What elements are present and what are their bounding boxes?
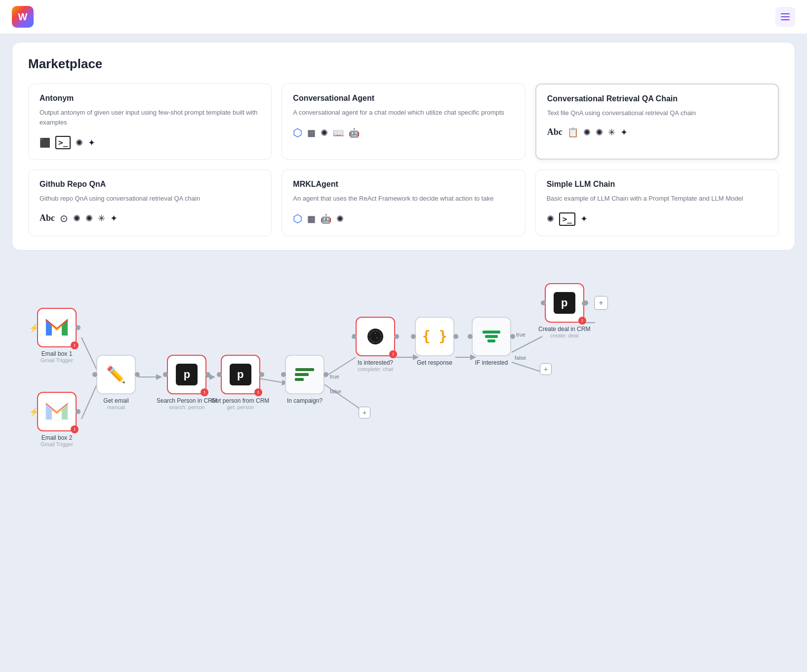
menu-icon xyxy=(781,19,790,20)
bot-icon: 🤖 xyxy=(321,213,331,224)
node-input-connector[interactable] xyxy=(352,334,357,339)
openai-icon2: ✺ xyxy=(596,127,603,138)
node-input-connector[interactable] xyxy=(217,372,222,377)
node-input-connector[interactable] xyxy=(411,334,416,339)
card-title: Simple LLM Chain xyxy=(547,180,767,189)
add-false-branch-button[interactable]: + xyxy=(359,407,370,419)
node-input-connector[interactable] xyxy=(163,372,168,377)
card-title: Github Repo QnA xyxy=(40,180,260,189)
openai-icon: ✺ xyxy=(73,213,81,224)
node-create-deal[interactable]: p ! Create deal in CRM create: deal xyxy=(538,283,590,338)
node-output-connector[interactable] xyxy=(76,409,81,414)
pastebin-icon: p xyxy=(554,292,575,314)
branch-true-label: true xyxy=(516,332,525,337)
node-error-badge: ! xyxy=(389,350,397,358)
card-icons: ✺ >_ ✦ xyxy=(547,212,767,226)
node-label: In campaign? xyxy=(287,397,323,404)
is-interested-box[interactable]: ✺ ! xyxy=(356,317,395,356)
add-after-create-deal-button[interactable]: + xyxy=(594,296,608,310)
node-if-interested[interactable]: IF interested xyxy=(472,317,511,366)
node-output-connector[interactable] xyxy=(453,334,458,339)
header: W xyxy=(0,0,807,34)
router-icon xyxy=(295,368,315,381)
node-input-connector[interactable] xyxy=(281,372,286,377)
trigger-lightning-icon: ⚡ xyxy=(29,407,39,416)
node-input-connector[interactable] xyxy=(541,300,546,305)
node-error-badge: ! xyxy=(578,317,586,325)
node-error-badge: ! xyxy=(201,388,208,396)
card-conversational-retrieval[interactable]: Conversational Retrieval QA Chain Text f… xyxy=(535,84,779,160)
card-icons: ⬛ >_ ✺ ✦ xyxy=(40,136,260,149)
node-is-interested[interactable]: ✺ ! Is interested? complete: chat xyxy=(356,317,395,372)
node-output-connector[interactable] xyxy=(205,372,210,377)
node-output-connector[interactable] xyxy=(394,334,399,339)
menu-icon xyxy=(781,13,790,14)
card-github-repo[interactable]: Github Repo QnA Github repo QnA using co… xyxy=(28,169,272,236)
node-email-box-1[interactable]: ⚡ ! Email box 1 Gmail Trigger xyxy=(37,308,77,363)
marketplace-title: Marketplace xyxy=(28,56,779,72)
node-get-response[interactable]: { } Get response xyxy=(415,317,454,366)
node-output-connector[interactable] xyxy=(323,372,328,377)
abc-icon: Abc xyxy=(547,127,563,137)
node-input-connector[interactable] xyxy=(468,334,473,339)
card-desc: Text file QnA using conversational retri… xyxy=(547,108,767,118)
get-person-box[interactable]: p ! xyxy=(221,355,260,394)
clipboard-icon: 📋 xyxy=(567,127,578,138)
flowise-blue-icon: ⬡ xyxy=(293,126,302,139)
card-mrkl-agent[interactable]: MRKLAgent An agent that uses the ReAct F… xyxy=(282,169,525,236)
node-label: IF interested xyxy=(475,359,508,366)
node-output-connector[interactable] xyxy=(76,325,81,330)
flowise-icon: ✦ xyxy=(580,213,588,224)
marketplace-panel: Marketplace Antonym Output antonym of gi… xyxy=(12,42,795,251)
github-icon: ⊙ xyxy=(60,212,68,224)
node-error-badge: ! xyxy=(71,425,79,433)
node-label: Create deal in CRM xyxy=(538,326,590,333)
app-logo[interactable]: W xyxy=(12,6,34,28)
calculator-icon: ▦ xyxy=(307,127,316,138)
abc-icon: Abc xyxy=(40,213,55,223)
card-desc: A conversational agent for a chat model … xyxy=(293,108,514,118)
card-desc: Github repo QnA using conversational ret… xyxy=(40,194,260,204)
if-interested-box[interactable] xyxy=(472,317,511,356)
pencil-icon: ✏️ xyxy=(106,365,126,384)
menu-button[interactable] xyxy=(775,7,795,27)
svg-line-10 xyxy=(512,362,542,372)
node-output-connector[interactable] xyxy=(135,372,140,377)
trigger-lightning-icon: ⚡ xyxy=(29,323,39,332)
bot-icon: 🤖 xyxy=(349,127,360,138)
menu-icon xyxy=(781,16,790,17)
pastebin-icon: p xyxy=(230,364,251,385)
card-desc: Output antonym of given user input using… xyxy=(40,108,260,127)
flowise-icon: ✦ xyxy=(88,137,95,148)
card-icons: ⬡ ▦ ✺ 📖 🤖 xyxy=(293,126,514,139)
node-sublabel: get: person xyxy=(227,404,254,410)
node-get-person-crm[interactable]: p ! Get person from CRM get: person xyxy=(211,355,269,410)
node-output-connector[interactable] xyxy=(259,372,264,377)
card-antonym[interactable]: Antonym Output antonym of given user inp… xyxy=(28,84,272,160)
terminal-icon: ⬛ xyxy=(40,137,50,148)
branch-true-label: true xyxy=(330,374,339,379)
in-campaign-box[interactable] xyxy=(285,355,324,394)
email-box-2-box[interactable]: ⚡ ! xyxy=(37,392,77,431)
node-input-connector[interactable] xyxy=(92,372,97,377)
add-false-interested-button[interactable]: + xyxy=(540,363,552,375)
search-person-box[interactable]: p ! xyxy=(167,355,206,394)
node-label: Email box 2 xyxy=(41,434,73,441)
node-output-connector[interactable] xyxy=(510,334,515,339)
node-search-person[interactable]: p ! Search Person in CRM search: person xyxy=(157,355,217,410)
email-box-1-box[interactable]: ⚡ ! xyxy=(37,308,77,347)
card-conversational-agent[interactable]: Conversational Agent A conversational ag… xyxy=(282,84,525,160)
get-response-box[interactable]: { } xyxy=(415,317,454,356)
get-email-box[interactable]: ✏️ xyxy=(96,355,136,394)
node-email-box-2[interactable]: ⚡ ! Email box 2 Gmail Trigger xyxy=(37,392,77,447)
node-get-email[interactable]: ✏️ Get email manual xyxy=(96,355,136,410)
gmail-icon xyxy=(45,403,69,420)
flowise-blue-icon: ⬡ xyxy=(293,212,302,225)
create-deal-box[interactable]: p ! xyxy=(545,283,584,323)
node-in-campaign[interactable]: In campaign? xyxy=(285,355,324,404)
card-simple-llm[interactable]: Simple LLM Chain Basic example of LLM Ch… xyxy=(535,169,779,236)
card-title: Conversational Retrieval QA Chain xyxy=(547,94,767,103)
terminal-icon: >_ xyxy=(559,212,575,226)
node-label: Get person from CRM xyxy=(211,397,269,404)
filter-icon xyxy=(483,331,500,342)
